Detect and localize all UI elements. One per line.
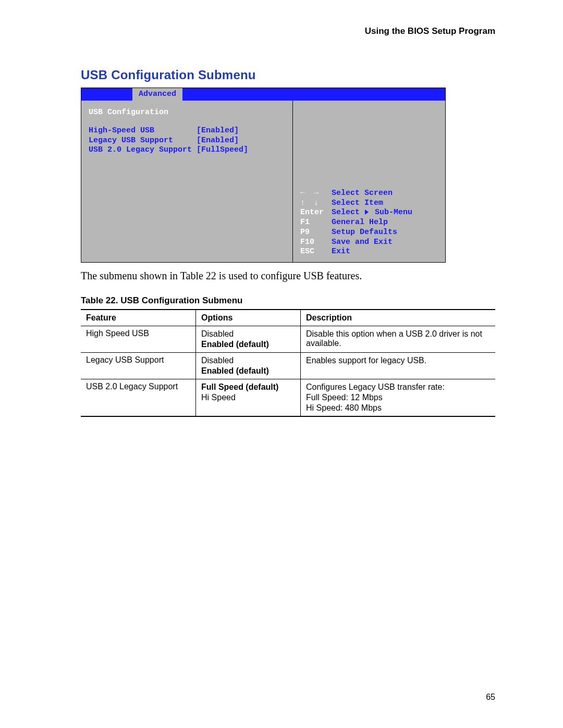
bios-nav-label: Select Sub-Menu (332, 208, 412, 218)
triangle-right-icon (365, 209, 369, 215)
option-value: Disabled (201, 355, 295, 366)
cell-description: Enables support for legacy USB. (301, 353, 496, 379)
col-description-header: Description (301, 310, 496, 326)
option-value: Hi Speed (201, 392, 295, 403)
cell-description: Configures Legacy USB transfer rate:Full… (301, 379, 496, 417)
bios-nav-label: Setup Defaults (332, 228, 397, 238)
feature-table: Feature Options Description High Speed U… (81, 309, 495, 417)
bios-nav-key: ESC (300, 247, 332, 257)
cell-options: DisabledEnabled (default) (196, 353, 301, 379)
cell-feature: USB 2.0 Legacy Support (81, 379, 196, 417)
bios-nav-key: Enter (300, 208, 332, 218)
bios-nav-key: ↑ ↓ (300, 199, 332, 208)
cell-options: Full Speed (default)Hi Speed (196, 379, 301, 417)
col-options-header: Options (196, 310, 301, 326)
bios-setting-row[interactable]: Legacy USB Support [Enabled] (89, 136, 287, 146)
bios-nav-row: ESCExit (300, 247, 440, 257)
col-feature-header: Feature (81, 310, 196, 326)
bios-nav-row: P9Setup Defaults (300, 228, 440, 238)
bios-setting-row[interactable]: High-Speed USB [Enabled] (89, 126, 287, 136)
bios-nav-row: F10Save and Exit (300, 238, 440, 248)
bios-screenshot: Advanced USB Configuration High-Speed US… (81, 88, 446, 263)
table-title: Table 22. USB Configuration Submenu (81, 295, 495, 306)
bios-nav-label: Exit (332, 247, 350, 257)
option-value: Full Speed (default) (201, 382, 295, 392)
bios-nav-key: P9 (300, 228, 332, 238)
cell-description: Disable this option when a USB 2.0 drive… (301, 326, 496, 353)
caption-text: The submenu shown in Table 22 is used to… (81, 270, 495, 282)
bios-nav-label: Select Screen (332, 189, 393, 199)
table-header-row: Feature Options Description (81, 310, 495, 326)
bios-nav-label: General Help (332, 218, 388, 228)
bios-nav-row: ← →Select Screen (300, 189, 440, 199)
table-row: USB 2.0 Legacy SupportFull Speed (defaul… (81, 379, 495, 417)
bios-nav-label: Select Item (332, 199, 383, 208)
bios-left-pane: USB Configuration High-Speed USB [Enable… (81, 101, 293, 262)
cell-options: DisabledEnabled (default) (196, 326, 301, 353)
bios-nav-key: F1 (300, 218, 332, 228)
bios-nav-key: ← → (300, 189, 332, 199)
cell-feature: Legacy USB Support (81, 353, 196, 379)
section-title: USB Configuration Submenu (81, 68, 495, 82)
bios-nav-key: F10 (300, 238, 332, 248)
option-value: Enabled (default) (201, 366, 295, 376)
option-value: Disabled (201, 329, 295, 339)
page: Using the BIOS Setup Program USB Configu… (0, 0, 563, 728)
bios-nav-row: F1General Help (300, 218, 440, 228)
bios-setting-row[interactable]: USB 2.0 Legacy Support [FullSpeed] (89, 145, 287, 155)
option-value: Enabled (default) (201, 339, 295, 350)
cell-feature: High Speed USB (81, 326, 196, 353)
bios-help-pane: ← →Select Screen↑ ↓Select ItemEnterSelec… (293, 101, 445, 262)
bios-menubar: Advanced (81, 88, 445, 101)
table-row: Legacy USB SupportDisabledEnabled (defau… (81, 353, 495, 379)
bios-nav-label: Save and Exit (332, 238, 393, 248)
page-number: 65 (486, 693, 495, 702)
bios-nav-row: ↑ ↓Select Item (300, 199, 440, 208)
bios-subtitle: USB Configuration (89, 108, 287, 118)
running-head: Using the BIOS Setup Program (81, 26, 495, 36)
table-row: High Speed USBDisabledEnabled (default)D… (81, 326, 495, 353)
bios-tab-advanced[interactable]: Advanced (132, 88, 182, 101)
bios-nav-row: EnterSelect Sub-Menu (300, 208, 440, 218)
